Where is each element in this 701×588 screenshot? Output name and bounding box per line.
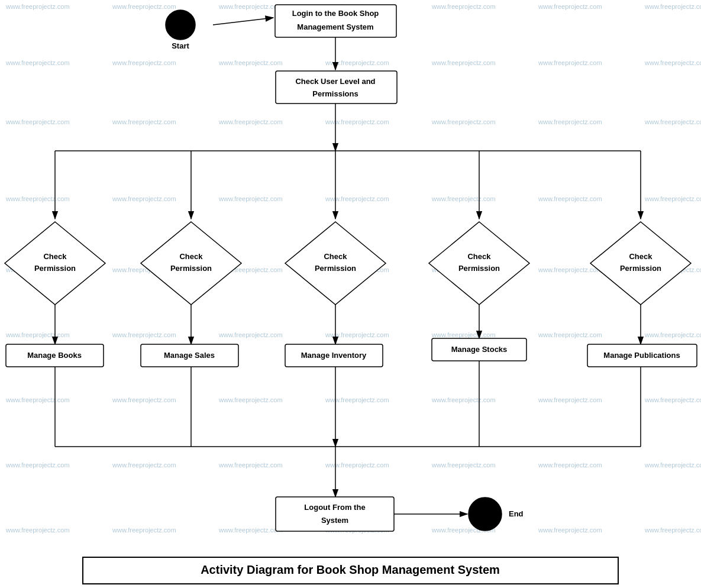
svg-text:www.freeprojectz.com: www.freeprojectz.com bbox=[112, 195, 176, 202]
svg-text:www.freeprojectz.com: www.freeprojectz.com bbox=[5, 59, 70, 66]
svg-text:www.freeprojectz.com: www.freeprojectz.com bbox=[325, 331, 389, 338]
svg-text:www.freeprojectz.com: www.freeprojectz.com bbox=[218, 195, 283, 202]
svg-text:www.freeprojectz.com: www.freeprojectz.com bbox=[538, 526, 602, 534]
svg-text:www.freeprojectz.com: www.freeprojectz.com bbox=[218, 118, 283, 125]
svg-text:www.freeprojectz.com: www.freeprojectz.com bbox=[644, 526, 701, 534]
svg-text:www.freeprojectz.com: www.freeprojectz.com bbox=[644, 396, 701, 403]
svg-text:www.freeprojectz.com: www.freeprojectz.com bbox=[5, 526, 70, 534]
check-perm4-text1: Check bbox=[467, 252, 491, 261]
check-perm4-text2: Permission bbox=[458, 264, 500, 273]
svg-text:www.freeprojectz.com: www.freeprojectz.com bbox=[218, 396, 283, 403]
svg-text:www.freeprojectz.com: www.freeprojectz.com bbox=[5, 331, 70, 338]
svg-text:www.freeprojectz.com: www.freeprojectz.com bbox=[5, 118, 70, 125]
svg-text:www.freeprojectz.com: www.freeprojectz.com bbox=[538, 266, 602, 273]
svg-text:www.freeprojectz.com: www.freeprojectz.com bbox=[431, 331, 496, 338]
check-perm1-text2: Permission bbox=[34, 264, 76, 273]
wm1: www.freeprojectz.com bbox=[5, 3, 70, 10]
logout-text1: Logout From the bbox=[304, 503, 365, 512]
check-perm3-text2: Permission bbox=[315, 264, 356, 273]
svg-text:www.freeprojectz.com: www.freeprojectz.com bbox=[5, 461, 70, 469]
wm2: www.freeprojectz.com bbox=[112, 3, 176, 10]
svg-text:www.freeprojectz.com: www.freeprojectz.com bbox=[431, 461, 496, 469]
svg-text:www.freeprojectz.com: www.freeprojectz.com bbox=[112, 526, 176, 534]
wm7: www.freeprojectz.com bbox=[644, 3, 701, 10]
check-user-level-node bbox=[276, 71, 397, 104]
svg-text:www.freeprojectz.com: www.freeprojectz.com bbox=[5, 195, 70, 202]
start-node bbox=[166, 10, 195, 40]
svg-text:www.freeprojectz.com: www.freeprojectz.com bbox=[644, 331, 701, 338]
svg-text:www.freeprojectz.com: www.freeprojectz.com bbox=[218, 526, 283, 534]
svg-text:www.freeprojectz.com: www.freeprojectz.com bbox=[218, 59, 283, 66]
check-perm2-text1: Check bbox=[179, 252, 203, 261]
svg-text:www.freeprojectz.com: www.freeprojectz.com bbox=[218, 331, 283, 338]
manage-inventory-text: Manage Inventory bbox=[301, 351, 367, 360]
svg-text:www.freeprojectz.com: www.freeprojectz.com bbox=[538, 331, 602, 338]
arrow-start-to-login bbox=[213, 18, 273, 25]
manage-publications-text: Manage Publications bbox=[603, 351, 680, 360]
svg-text:www.freeprojectz.com: www.freeprojectz.com bbox=[5, 396, 70, 403]
check-permission-1 bbox=[5, 222, 105, 305]
svg-text:www.freeprojectz.com: www.freeprojectz.com bbox=[325, 396, 389, 403]
check-user-text2: Permissions bbox=[312, 89, 358, 98]
svg-text:www.freeprojectz.com: www.freeprojectz.com bbox=[538, 461, 602, 469]
svg-text:www.freeprojectz.com: www.freeprojectz.com bbox=[431, 195, 496, 202]
start-label: Start bbox=[172, 41, 189, 50]
check-permission-3 bbox=[285, 222, 386, 305]
manage-books-text: Manage Books bbox=[27, 351, 82, 360]
check-permission-5 bbox=[590, 222, 691, 305]
check-perm1-text1: Check bbox=[43, 252, 67, 261]
check-permission-2 bbox=[141, 222, 241, 305]
wm3: www.freeprojectz.com bbox=[218, 3, 283, 10]
login-text-line2: Management System bbox=[297, 22, 373, 31]
end-node bbox=[469, 497, 502, 531]
check-permission-4 bbox=[429, 222, 529, 305]
manage-stocks-text: Manage Stocks bbox=[451, 345, 508, 354]
svg-text:www.freeprojectz.com: www.freeprojectz.com bbox=[325, 118, 389, 125]
logout-text2: System bbox=[321, 516, 348, 525]
manage-sales-text: Manage Sales bbox=[164, 351, 215, 360]
svg-text:www.freeprojectz.com: www.freeprojectz.com bbox=[431, 59, 496, 66]
svg-text:www.freeprojectz.com: www.freeprojectz.com bbox=[325, 59, 389, 66]
svg-text:www.freeprojectz.com: www.freeprojectz.com bbox=[112, 396, 176, 403]
check-perm5-text2: Permission bbox=[620, 264, 661, 273]
svg-text:www.freeprojectz.com: www.freeprojectz.com bbox=[538, 118, 602, 125]
svg-text:www.freeprojectz.com: www.freeprojectz.com bbox=[325, 461, 389, 469]
check-perm5-text1: Check bbox=[629, 252, 652, 261]
wm5: www.freeprojectz.com bbox=[431, 3, 496, 10]
wm6: www.freeprojectz.com bbox=[538, 3, 602, 10]
check-perm3-text1: Check bbox=[324, 252, 347, 261]
check-perm2-text2: Permission bbox=[170, 264, 212, 273]
diagram-container: www.freeprojectz.com www.freeprojectz.co… bbox=[0, 0, 701, 588]
svg-text:www.freeprojectz.com: www.freeprojectz.com bbox=[431, 396, 496, 403]
svg-text:www.freeprojectz.com: www.freeprojectz.com bbox=[112, 461, 176, 469]
svg-text:www.freeprojectz.com: www.freeprojectz.com bbox=[112, 331, 176, 338]
svg-text:www.freeprojectz.com: www.freeprojectz.com bbox=[644, 195, 701, 202]
svg-text:www.freeprojectz.com: www.freeprojectz.com bbox=[644, 59, 701, 66]
check-user-text1: Check User Level and bbox=[295, 77, 375, 86]
end-label: End bbox=[509, 509, 524, 518]
logout-node bbox=[276, 497, 394, 531]
svg-text:www.freeprojectz.com: www.freeprojectz.com bbox=[112, 59, 176, 66]
diagram-title: Activity Diagram for Book Shop Managemen… bbox=[201, 563, 500, 576]
svg-text:www.freeprojectz.com: www.freeprojectz.com bbox=[218, 461, 283, 469]
svg-text:www.freeprojectz.com: www.freeprojectz.com bbox=[112, 118, 176, 125]
svg-text:www.freeprojectz.com: www.freeprojectz.com bbox=[644, 118, 701, 125]
svg-text:www.freeprojectz.com: www.freeprojectz.com bbox=[431, 118, 496, 125]
svg-text:www.freeprojectz.com: www.freeprojectz.com bbox=[538, 195, 602, 202]
svg-text:www.freeprojectz.com: www.freeprojectz.com bbox=[644, 461, 701, 469]
svg-text:www.freeprojectz.com: www.freeprojectz.com bbox=[325, 195, 389, 202]
svg-text:www.freeprojectz.com: www.freeprojectz.com bbox=[538, 396, 602, 403]
activity-diagram: www.freeprojectz.com www.freeprojectz.co… bbox=[0, 0, 701, 588]
svg-text:www.freeprojectz.com: www.freeprojectz.com bbox=[538, 59, 602, 66]
login-text-line1: Login to the Book Shop bbox=[292, 9, 379, 18]
